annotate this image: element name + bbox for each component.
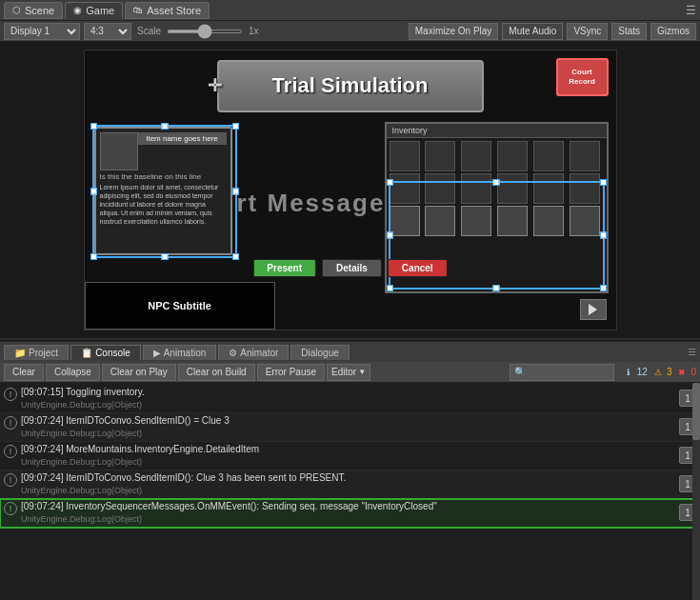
log-text-3: [09:07:24] MoreMountains.InventoryEngine… bbox=[21, 443, 679, 469]
badge-row: ℹ 12 ⚠ 3 ✖ 0 bbox=[622, 366, 696, 379]
settings-icon[interactable]: ☰ bbox=[686, 4, 696, 17]
play-button[interactable] bbox=[580, 299, 607, 320]
dialogue-portrait bbox=[100, 132, 138, 170]
game-title: Trial Simulation bbox=[272, 73, 429, 98]
dlg-handle-br[interactable] bbox=[232, 253, 239, 260]
inv-cell-1-4[interactable] bbox=[497, 141, 528, 171]
inv-cell-3-5[interactable] bbox=[533, 206, 564, 236]
present-button[interactable]: Present bbox=[252, 259, 316, 277]
inv-cell-2-5[interactable] bbox=[533, 173, 564, 204]
clear-on-build-button[interactable]: Clear on Build bbox=[178, 364, 255, 381]
panel-tab-animation[interactable]: ▶ Animation bbox=[143, 345, 216, 360]
console-log-area: ! [09:07:15] Toggling inventory. UnityEn… bbox=[0, 383, 700, 600]
stats-button[interactable]: Stats bbox=[611, 23, 647, 40]
details-button[interactable]: Details bbox=[322, 259, 382, 277]
info-icon: ℹ bbox=[622, 366, 635, 379]
court-record-label: Court Record bbox=[569, 68, 595, 86]
play-triangle-icon bbox=[589, 304, 597, 315]
editor-label: Editor bbox=[331, 367, 356, 377]
error-badge[interactable]: ✖ 0 bbox=[675, 366, 696, 379]
search-input[interactable] bbox=[528, 367, 604, 377]
scale-slider[interactable] bbox=[167, 30, 243, 33]
clear-on-play-button[interactable]: Clear on Play bbox=[102, 364, 176, 381]
inv-cell-1-3[interactable] bbox=[461, 141, 491, 171]
tab-asset-store-label: Asset Store bbox=[147, 5, 201, 16]
inv-cell-2-2[interactable] bbox=[425, 173, 455, 204]
asset-store-icon: 🛍 bbox=[133, 5, 143, 15]
clear-button[interactable]: Clear bbox=[4, 364, 44, 381]
log-line1-2: [09:07:24] ItemIDToConvo.SendItemID() = … bbox=[21, 414, 679, 428]
project-icon: 📁 bbox=[14, 348, 26, 358]
dlg-handle-tr[interactable] bbox=[232, 123, 239, 130]
display-select[interactable]: Display 1 bbox=[4, 23, 80, 40]
panel-tab-console[interactable]: 📋 Console bbox=[70, 345, 141, 360]
log-line1-4: [09:07:24] ItemIDToConvo.SendItemID(): C… bbox=[21, 471, 679, 485]
gizmos-button[interactable]: Gizmos bbox=[650, 23, 696, 40]
vsync-button[interactable]: VSync bbox=[567, 23, 608, 40]
inv-cell-3-3[interactable] bbox=[461, 206, 491, 236]
inv-cell-2-4[interactable] bbox=[497, 173, 528, 204]
search-icon: 🔍 bbox=[514, 367, 526, 377]
game-icon: ◉ bbox=[73, 5, 82, 15]
handle-br[interactable] bbox=[600, 285, 607, 291]
log-entry-1[interactable]: ! [09:07:15] Toggling inventory. UnityEn… bbox=[0, 385, 700, 413]
inv-cell-2-6[interactable] bbox=[570, 173, 600, 204]
console-icon: 📋 bbox=[81, 348, 92, 358]
panel-tab-dialogue[interactable]: Dialogue bbox=[290, 345, 349, 360]
log-text-2: [09:07:24] ItemIDToConvo.SendItemID() = … bbox=[21, 414, 679, 440]
log-line2-4: UnityEngine.Debug:Log(Object) bbox=[21, 485, 679, 497]
console-scrollbar[interactable] bbox=[692, 383, 700, 600]
tab-game[interactable]: ◉ Game bbox=[65, 2, 123, 19]
panel-tab-animator-label: Animator bbox=[240, 348, 278, 358]
scene-icon: ⬡ bbox=[12, 5, 21, 15]
error-icon: ✖ bbox=[675, 366, 689, 379]
error-pause-button[interactable]: Error Pause bbox=[257, 364, 325, 381]
dialogue-subname: Is this the baseline on this line bbox=[100, 172, 227, 181]
tab-scene[interactable]: ⬡ Scene bbox=[4, 2, 63, 19]
tab-asset-store[interactable]: 🛍 Asset Store bbox=[125, 2, 210, 19]
panel-tabs-row: 📁 Project 📋 Console ▶ Animation ⚙ Animat… bbox=[0, 341, 700, 362]
inv-cell-2-1[interactable] bbox=[390, 173, 420, 204]
editor-button[interactable]: Editor ▼ bbox=[327, 364, 370, 381]
cancel-button[interactable]: Cancel bbox=[388, 259, 448, 277]
log-entry-4[interactable]: ! [09:07:24] ItemIDToConvo.SendItemID():… bbox=[0, 470, 700, 499]
log-icon-1: ! bbox=[4, 388, 17, 401]
inv-cell-1-6[interactable] bbox=[570, 141, 600, 171]
handle-bl[interactable] bbox=[387, 285, 393, 291]
game-toolbar: Display 1 4:3 Scale 1x Maximize On Play … bbox=[0, 21, 700, 42]
panel-tab-animator[interactable]: ⚙ Animator bbox=[218, 345, 289, 360]
court-record-badge[interactable]: Court Record bbox=[556, 58, 609, 96]
log-icon-4: ! bbox=[4, 473, 17, 487]
inv-cell-3-6[interactable] bbox=[570, 206, 600, 236]
log-entry-2[interactable]: ! [09:07:24] ItemIDToConvo.SendItemID() … bbox=[0, 413, 700, 442]
inv-cell-3-2[interactable] bbox=[425, 206, 455, 236]
panel-tab-project[interactable]: 📁 Project bbox=[4, 345, 69, 360]
inv-cell-1-5[interactable] bbox=[533, 141, 564, 171]
handle-bm[interactable] bbox=[493, 285, 500, 291]
animator-icon: ⚙ bbox=[229, 348, 237, 358]
tab-scene-label: Scene bbox=[25, 5, 54, 16]
inv-cell-1-2[interactable] bbox=[425, 141, 455, 171]
console-search-box[interactable]: 🔍 bbox=[510, 364, 614, 381]
mute-audio-button[interactable]: Mute Audio bbox=[502, 23, 563, 40]
collapse-button[interactable]: Collapse bbox=[46, 364, 100, 381]
info-badge[interactable]: ℹ 12 bbox=[622, 366, 648, 379]
panel-options-icon[interactable]: ☰ bbox=[688, 347, 696, 357]
log-line2-5: UnityEngine.Debug:Log(Object) bbox=[21, 513, 679, 526]
inv-cell-3-4[interactable] bbox=[497, 206, 528, 236]
bottom-panel: 📁 Project 📋 Console ▶ Animation ⚙ Animat… bbox=[0, 341, 700, 600]
log-text-5: [09:07:24] InventorySequencerMessages.On… bbox=[21, 500, 679, 526]
aspect-select[interactable]: 4:3 bbox=[84, 23, 131, 40]
title-plus-icon: ✛ bbox=[208, 75, 222, 96]
game-content-area: ✛ Trial Simulation Court Record Item nam… bbox=[84, 50, 617, 330]
inv-cell-3-1[interactable] bbox=[390, 206, 420, 236]
log-entry-5[interactable]: ! [09:07:24] InventorySequencerMessages.… bbox=[0, 499, 700, 528]
log-entry-3[interactable]: ! [09:07:24] MoreMountains.InventoryEngi… bbox=[0, 442, 700, 470]
console-scrollbar-thumb[interactable] bbox=[692, 383, 700, 440]
warn-badge[interactable]: ⚠ 3 bbox=[651, 366, 672, 379]
panel-tab-project-label: Project bbox=[29, 348, 58, 358]
inv-cell-1-1[interactable] bbox=[390, 141, 420, 171]
log-icon-2: ! bbox=[4, 416, 17, 430]
inv-cell-2-3[interactable] bbox=[461, 173, 491, 204]
maximize-on-play-button[interactable]: Maximize On Play bbox=[409, 23, 499, 40]
